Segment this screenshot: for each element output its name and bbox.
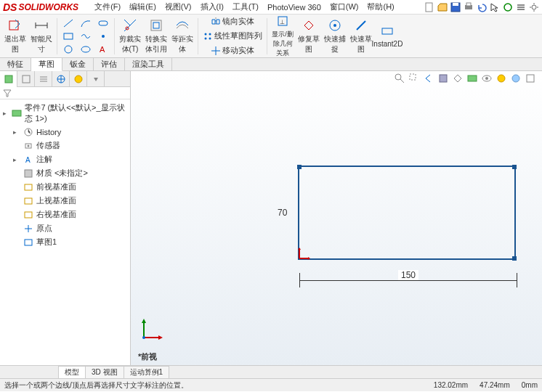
quick-snap-button[interactable]: 快速捕捉 <box>323 17 347 56</box>
undo-icon[interactable] <box>477 2 487 12</box>
display-delete-button[interactable]: ⊥ 显示/删除几何关系 <box>270 17 295 56</box>
tree-front-plane[interactable]: 前视基准面 <box>0 180 130 194</box>
tree-sensors[interactable]: 传感器 <box>0 139 130 152</box>
edit-appearance-icon[interactable] <box>496 73 507 84</box>
rect-tool[interactable] <box>62 30 75 42</box>
filter-row <box>0 87 130 99</box>
arc-tool[interactable] <box>79 17 92 29</box>
menu-window[interactable]: 窗口(W) <box>330 1 359 12</box>
mirror-tool[interactable]: 镜向实体 <box>203 16 262 28</box>
text-tool[interactable]: A <box>97 44 110 55</box>
bottom-tabs: 模型 3D 视图 运动算例1 <box>0 365 542 378</box>
status-y: 47.24mm <box>480 381 510 389</box>
dim-height[interactable]: 70 <box>278 208 287 218</box>
select-icon[interactable] <box>490 2 500 12</box>
quick-sketch-button[interactable]: 快速草图 <box>349 17 373 56</box>
view-name: *前视 <box>138 351 157 362</box>
status-coords: 132.02mm 47.24mm 0mm <box>434 381 538 389</box>
rect-point-tr[interactable] <box>512 165 517 169</box>
convert-button[interactable]: 转换实体引用 <box>144 17 169 56</box>
tab-evaluate[interactable]: 评估 <box>94 58 125 70</box>
zoom-fit-icon[interactable] <box>394 73 405 84</box>
rebuild-icon[interactable] <box>503 2 513 12</box>
menu-help[interactable]: 帮助(H) <box>367 1 394 12</box>
bottom-tab-3dview[interactable]: 3D 视图 <box>85 366 124 379</box>
menu-file[interactable]: 文件(F) <box>94 1 121 12</box>
view-orient-icon[interactable] <box>452 73 464 84</box>
sketch-rectangle[interactable]: 70 150 <box>298 166 516 260</box>
svg-point-23 <box>209 37 211 39</box>
bottom-tab-motion[interactable]: 运动算例1 <box>124 366 170 379</box>
svg-rect-30 <box>23 75 30 83</box>
display-tab[interactable] <box>70 71 87 87</box>
circle-tool[interactable] <box>62 44 75 55</box>
zoom-area-icon[interactable] <box>408 73 420 84</box>
smart-dim-button[interactable]: 智能尺寸 <box>29 17 54 56</box>
svg-text:A: A <box>100 45 105 54</box>
filter-icon[interactable] <box>3 89 127 97</box>
tab-feature[interactable]: 特征 <box>0 58 31 70</box>
rect-point-tl[interactable] <box>297 165 302 169</box>
trim-button[interactable]: 剪裁实体(T) <box>118 17 142 56</box>
bottom-tab-model[interactable]: 模型 <box>58 366 86 379</box>
graphics-viewport[interactable]: 70 150 *前视 <box>131 71 542 365</box>
menu-edit[interactable]: 编辑(E) <box>129 1 156 12</box>
section-icon[interactable] <box>437 73 449 84</box>
property-tab[interactable] <box>17 71 35 87</box>
hide-show-icon[interactable] <box>481 73 493 84</box>
sketch-origin[interactable] <box>296 247 311 261</box>
tree-right-plane[interactable]: 右视基准面 <box>0 208 130 221</box>
offset-button[interactable]: 等距实体 <box>170 17 195 56</box>
save-icon[interactable] <box>450 2 461 12</box>
prev-view-icon[interactable] <box>423 73 434 84</box>
settings-icon[interactable] <box>529 2 539 12</box>
tab-sheetmetal[interactable]: 钣金 <box>62 58 94 70</box>
status-z: 0mm <box>522 381 538 389</box>
view-toolbar <box>394 73 536 84</box>
spline-tool[interactable] <box>79 30 92 42</box>
config-tab[interactable] <box>35 71 52 87</box>
menu-tools[interactable]: 工具(T) <box>232 1 259 12</box>
display-delete-icon: ⊥ <box>275 14 290 28</box>
display-style-icon[interactable] <box>466 73 478 84</box>
ellipse-tool[interactable] <box>79 44 92 55</box>
svg-point-15 <box>102 35 105 38</box>
svg-rect-41 <box>25 212 32 218</box>
rect-point-br[interactable] <box>512 256 517 261</box>
tab-render[interactable]: 渲染工具 <box>125 58 172 70</box>
move-tool[interactable]: 移动实体 <box>203 45 262 57</box>
new-icon[interactable] <box>424 2 434 12</box>
tree-sketch1[interactable]: 草图1 <box>0 235 130 249</box>
svg-point-9 <box>532 5 536 9</box>
tree-annotations[interactable]: ▸A注解 <box>0 152 130 166</box>
more-tab[interactable] <box>87 71 105 87</box>
line-tool[interactable] <box>62 17 75 29</box>
tree-top-plane[interactable]: 上视基准面 <box>0 194 130 208</box>
point-tool[interactable] <box>97 30 110 42</box>
tree-material[interactable]: 材质 <未指定> <box>0 166 130 180</box>
view-settings-icon[interactable] <box>525 73 536 84</box>
instant2d-button[interactable]: Instant2D <box>375 17 400 56</box>
menu-pv360[interactable]: PhotoView 360 <box>267 3 321 12</box>
open-icon[interactable] <box>437 2 448 12</box>
tree-root[interactable]: ▸零件7 (默认<<默认>_显示状态 1>) <box>0 101 130 126</box>
print-icon[interactable] <box>464 2 474 12</box>
tab-sketch[interactable]: 草图 <box>31 57 62 71</box>
menu-insert[interactable]: 插入(I) <box>201 1 224 12</box>
apply-scene-icon[interactable] <box>510 73 522 84</box>
repair-button[interactable]: 修复草图 <box>296 17 321 56</box>
options-icon[interactable] <box>516 2 526 12</box>
tree-history[interactable]: ▸History <box>0 126 130 139</box>
pattern-tool[interactable]: 线性草图阵列 <box>203 30 262 42</box>
tree-origin[interactable]: 原点 <box>0 221 130 235</box>
exit-sketch-button[interactable]: 退出草图 <box>3 17 28 56</box>
separator <box>198 18 198 54</box>
slot-tool[interactable] <box>97 17 110 29</box>
svg-point-36 <box>28 144 30 147</box>
view-triad[interactable] <box>138 314 167 343</box>
dim-width-group[interactable]: 150 <box>299 273 517 287</box>
svg-rect-33 <box>12 110 21 116</box>
feature-tree-tab[interactable] <box>0 71 17 87</box>
menu-view[interactable]: 视图(V) <box>165 1 192 12</box>
dimxpert-tab[interactable] <box>52 71 70 87</box>
